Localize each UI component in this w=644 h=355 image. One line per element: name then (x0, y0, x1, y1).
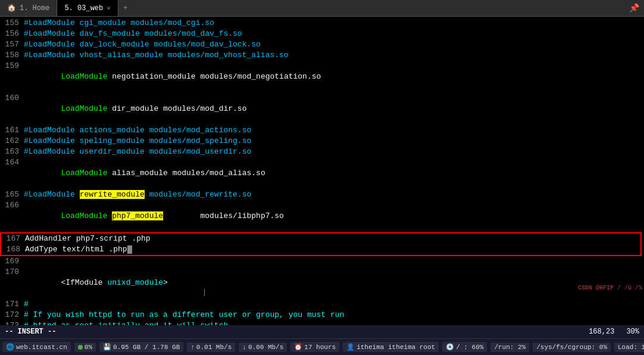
line-160: 160 LoadModule dir_module modules/mod_di… (0, 93, 644, 125)
taskbar-disk1-label: / : 60% (456, 344, 483, 351)
line-157: 157 #LoadModule dav_lock_module modules/… (0, 39, 644, 50)
download-icon: ↓ (242, 344, 246, 351)
line-162: 162 #LoadModule speling_module modules/m… (0, 136, 644, 147)
line-num-164: 164 (0, 157, 24, 168)
taskbar-time[interactable]: ⏰ 17 hours (290, 342, 339, 352)
status-bar: -- INSERT -- 168,23 30% (0, 325, 644, 338)
web-icon: 🌐 (6, 343, 14, 351)
taskbar-memory-label: 0.95 GB / 1.78 GB (113, 344, 180, 351)
line-content-173: # httpd as root initially and it will sw… (24, 320, 644, 325)
home-icon: 🏠 (7, 4, 16, 13)
tab-home[interactable]: 🏠 1. Home (0, 0, 57, 16)
upload-icon: ↑ (190, 344, 195, 351)
line-content-155: #LoadModule cgi_module modules/mod_cgi.s… (24, 18, 644, 29)
taskbar-memory[interactable]: 💾 0.95 GB / 1.78 GB (99, 342, 183, 352)
line-num-171: 171 (0, 299, 24, 310)
taskbar-web[interactable]: 🌐 web.itcast.cn (2, 342, 71, 352)
csdn-watermark: CSDN @HFIP / /ú /% (576, 284, 644, 292)
taskbar-user-label: itheima itheima root (357, 344, 435, 351)
line-num-173: 173 (0, 320, 24, 325)
line-158: 158 #LoadModule vhost_alias_module modul… (0, 50, 644, 61)
tab-bar-right-icon: 📌 (629, 0, 644, 16)
line-num-158: 158 (0, 50, 24, 61)
taskbar-cpu[interactable]: 0% (74, 342, 96, 352)
taskbar-download[interactable]: ↓ 0.00 Mb/s (239, 342, 287, 352)
insert-mode-label: -- INSERT -- (5, 328, 56, 336)
line-num-165: 165 (0, 189, 24, 200)
taskbar-load[interactable]: Load: 15% (614, 342, 644, 352)
lines-167-168-wrapper: 167 AddHandler php7-script .php 168 AddT… (0, 232, 642, 256)
line-num-163: 163 (0, 147, 24, 157)
disk-icon: 💿 (446, 343, 454, 351)
taskbar-web-label: web.itcast.cn (16, 344, 67, 351)
line-content-164: LoadModule alias_module modules/mod_alia… (24, 157, 644, 189)
taskbar-disk1[interactable]: 💿 / : 60% (442, 342, 487, 352)
line-164: 164 LoadModule alias_module modules/mod_… (0, 157, 644, 189)
line-167: 167 AddHandler php7-script .php (1, 233, 640, 244)
line-161: 161 #LoadModule actions_module modules/m… (0, 125, 644, 136)
line-num-157: 157 (0, 39, 24, 50)
line-163: 163 #LoadModule userdir_module modules/m… (0, 147, 644, 157)
memory-icon: 💾 (103, 343, 111, 351)
line-num-167: 167 (1, 233, 25, 244)
line-content-156: #LoadModule dav_fs_module modules/mod_da… (24, 29, 644, 39)
line-num-159: 159 (0, 61, 24, 71)
line-content-168: AddType text/html .php (25, 244, 640, 255)
taskbar-disk2[interactable]: /run: 2% (490, 342, 529, 352)
time-icon: ⏰ (294, 343, 302, 351)
taskbar-user[interactable]: 👤 itheima itheima root (343, 342, 439, 352)
line-num-172: 172 (0, 310, 24, 320)
scroll-percent: 30% (626, 328, 639, 336)
tab-web[interactable]: 5. 03_web ✕ (57, 0, 118, 16)
line-content-163: #LoadModule userdir_module modules/mod_u… (24, 147, 644, 157)
line-content-166: LoadModule php7_module modules/libphp7.s… (24, 200, 644, 232)
tab-bar: 🏠 1. Home 5. 03_web ✕ + 📌 (0, 0, 644, 17)
line-170: 170 <IfModule unixd_module> (0, 267, 644, 299)
status-right: 168,23 30% (589, 328, 639, 336)
line-156: 156 #LoadModule dav_fs_module modules/mo… (0, 29, 644, 39)
line-num-161: 161 (0, 125, 24, 136)
taskbar: 🌐 web.itcast.cn 0% 💾 0.95 GB / 1.78 GB ↑… (0, 338, 644, 355)
line-num-170: 170 (0, 267, 24, 278)
taskbar-load-label: Load: 15% (618, 344, 644, 351)
line-173: 173 # httpd as root initially and it wil… (0, 320, 644, 325)
line-num-160: 160 (0, 93, 24, 104)
tab-close-icon[interactable]: ✕ (107, 4, 111, 12)
line-num-162: 162 (0, 136, 24, 147)
taskbar-disk3[interactable]: /sys/fs/cgroup: 0% (533, 342, 611, 352)
taskbar-download-label: 0.00 Mb/s (248, 344, 283, 351)
line-172: 172 # If you wish httpd to run as a diff… (0, 310, 644, 320)
line-content-159: LoadModule negotiation_module modules/mo… (24, 61, 644, 93)
line-content-172: # If you wish httpd to run as a differen… (24, 310, 644, 320)
taskbar-upload[interactable]: ↑ 0.01 Mb/s (187, 342, 235, 352)
taskbar-cpu-label: 0% (85, 344, 92, 351)
line-171: 171 # (0, 299, 644, 310)
line-content-171: # (24, 299, 644, 310)
line-content-165: #LoadModule rewrite_module modules/mod_r… (24, 189, 644, 200)
line-num-169: 169 (0, 256, 24, 267)
line-169: 169 (0, 256, 644, 267)
tab-web-label: 5. 03_web (64, 4, 103, 13)
line-content-160: LoadModule dir_module modules/mod_dir.so (24, 93, 644, 125)
code-container: 155 #LoadModule cgi_module modules/mod_c… (0, 17, 644, 325)
cpu-dot (78, 345, 83, 350)
editor: 155 #LoadModule cgi_module modules/mod_c… (0, 17, 644, 325)
user-icon: 👤 (346, 343, 355, 351)
line-159: 159 LoadModule negotiation_module module… (0, 61, 644, 93)
line-num-156: 156 (0, 29, 24, 39)
line-content-170: <IfModule unixd_module> (24, 267, 644, 299)
line-155: 155 #LoadModule cgi_module modules/mod_c… (0, 18, 644, 29)
taskbar-disk3-label: /sys/fs/cgroup: 0% (536, 344, 607, 351)
tab-add-button[interactable]: + (118, 0, 133, 16)
taskbar-disk2-label: /run: 2% (494, 344, 526, 351)
cursor-line-indicator: | (202, 288, 207, 297)
cursor-position: 168,23 (589, 328, 614, 336)
line-num-155: 155 (0, 18, 24, 29)
line-168: 168 AddType text/html .php (1, 244, 640, 255)
taskbar-time-label: 17 hours (304, 344, 336, 351)
line-num-166: 166 (0, 200, 24, 211)
line-content-158: #LoadModule vhost_alias_module modules/m… (24, 50, 644, 61)
line-165: 165 #LoadModule rewrite_module modules/m… (0, 189, 644, 200)
line-num-168: 168 (1, 244, 25, 255)
line-content-161: #LoadModule actions_module modules/mod_a… (24, 125, 644, 136)
